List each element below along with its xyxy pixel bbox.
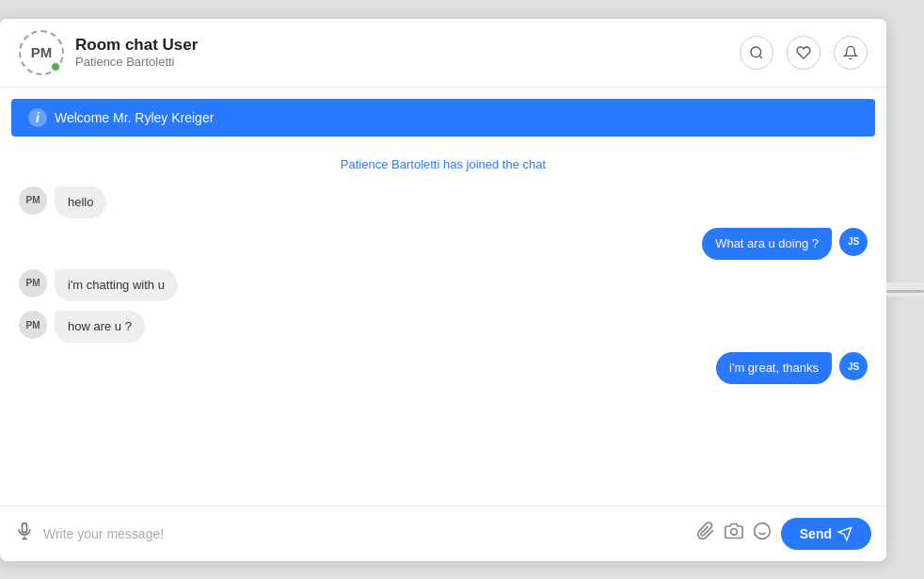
mic-icon [15, 522, 34, 540]
send-label: Send [800, 526, 832, 541]
message-bubble: i'm great, thanks [716, 352, 832, 384]
mic-button[interactable] [15, 522, 34, 545]
welcome-banner: i Welcome Mr. Ryley Kreiger [11, 99, 875, 137]
svg-line-1 [759, 56, 762, 58]
message-row: PMhello [19, 186, 868, 218]
header-actions [740, 36, 868, 70]
favorites-button[interactable] [787, 36, 820, 70]
message-input[interactable] [43, 526, 687, 541]
message-row: PMi'm chatting with u [19, 269, 868, 301]
message-row: JSi'm great, thanks [19, 352, 868, 384]
chat-subtitle: Patience Bartoletti [75, 55, 740, 69]
message-bubble: i'm chatting with u [55, 269, 178, 301]
messages-area: Patience Bartoletti has joined the chat … [0, 148, 886, 506]
info-icon: i [28, 108, 47, 127]
user-avatar: PM [19, 30, 64, 75]
message-avatar: PM [19, 311, 47, 339]
search-icon [749, 45, 764, 60]
message-avatar: PM [19, 269, 47, 298]
camera-button[interactable] [725, 522, 743, 545]
message-avatar: PM [19, 186, 47, 215]
message-bubble: hello [55, 186, 106, 218]
bottom-handle [886, 282, 924, 297]
handle-bar [886, 290, 924, 293]
notifications-button[interactable] [834, 36, 868, 70]
message-bubble: What ara u doing ? [702, 228, 832, 260]
send-button[interactable]: Send [781, 518, 871, 550]
svg-point-5 [730, 529, 737, 536]
message-avatar: JS [839, 352, 868, 380]
emoji-icon [753, 522, 772, 540]
svg-point-6 [754, 523, 770, 539]
input-area: Send [0, 506, 886, 561]
message-row: PMhow are u ? [19, 311, 868, 343]
bell-icon [843, 45, 858, 60]
header-info: Room chat User Patience Bartoletti [75, 36, 740, 69]
send-icon [837, 526, 852, 541]
chat-window: PM Room chat User Patience Bartoletti i … [0, 19, 886, 561]
attach-button[interactable] [696, 522, 715, 545]
svg-rect-2 [23, 523, 27, 533]
chat-header: PM Room chat User Patience Bartoletti [0, 19, 886, 88]
online-indicator [51, 62, 60, 72]
paperclip-icon [696, 522, 715, 540]
message-bubble: how are u ? [55, 311, 145, 343]
message-row: JSWhat ara u doing ? [19, 228, 868, 260]
system-message: Patience Bartoletti has joined the chat [19, 157, 868, 171]
heart-icon [796, 45, 811, 60]
message-avatar: JS [839, 228, 868, 256]
emoji-button[interactable] [753, 522, 772, 545]
input-icon-group [696, 522, 772, 545]
messages-list: PMhelloJSWhat ara u doing ?PMi'm chattin… [19, 186, 868, 385]
svg-point-0 [751, 47, 761, 57]
search-button[interactable] [740, 36, 773, 70]
welcome-text: Welcome Mr. Ryley Kreiger [55, 110, 214, 125]
chat-title: Room chat User [75, 36, 740, 55]
camera-icon [725, 522, 743, 540]
